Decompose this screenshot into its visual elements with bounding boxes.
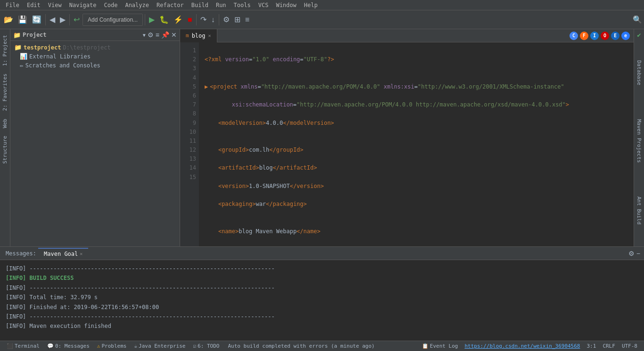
editor-tab-blog[interactable]: m blog ✕ (180, 29, 217, 42)
status-link[interactable]: https://blog.csdn.net/weixin_36904568 (462, 343, 583, 349)
sidebar-structure-label[interactable]: Structure (1, 132, 9, 168)
toolbar-run-btn[interactable]: ▶ (147, 13, 157, 26)
project-dropdown-icon[interactable]: ▼ (143, 33, 146, 38)
status-encoding[interactable]: UTF-8 (619, 343, 640, 349)
browser-edge2-icon[interactable]: e (621, 32, 630, 40)
editor-area: m blog ✕ C F I O E e 12345 678910 111213… (180, 29, 634, 246)
console-line-1: [INFO] ---------------------------------… (6, 264, 638, 273)
menu-refactor[interactable]: Refactor (153, 1, 188, 9)
toolbar-sep-3 (145, 14, 145, 25)
terminal-icon: ⬛ (7, 343, 13, 349)
bottom-settings-btn[interactable]: ⚙ (628, 250, 635, 257)
check-mark-icon: ✔ (637, 31, 641, 39)
tab-blog-close[interactable]: ✕ (208, 33, 211, 38)
add-configuration-button[interactable]: Add Configuration... (83, 14, 143, 26)
toolbar-layout-btn[interactable]: ⊞ (232, 13, 242, 26)
toolbar-debug-btn[interactable]: 🐛 (157, 13, 171, 26)
code-content[interactable]: <?xml version="1.0" encoding="UTF-8"?> ▶… (199, 42, 634, 246)
csdn-link[interactable]: https://blog.csdn.net/weixin_36904568 (464, 343, 580, 349)
menu-file[interactable]: File (2, 1, 23, 9)
menu-window[interactable]: Window (272, 1, 300, 9)
tree-item-testproject[interactable]: 📁 testproject D:\testproject (10, 43, 180, 52)
toolbar-back-btn[interactable]: ◀ (48, 13, 57, 26)
bottom-tab-maven[interactable]: Maven Goal ✕ (38, 248, 88, 259)
console-line-6: [INFO] ---------------------------------… (6, 312, 638, 321)
tree-pin-btn[interactable]: 📌 (161, 31, 169, 39)
toolbar-open-btn[interactable]: 📂 (2, 13, 15, 26)
tree-close-btn[interactable]: ✕ (171, 31, 177, 39)
encoding-label: UTF-8 (622, 343, 637, 349)
browser-icons: C F I O E e (570, 32, 630, 40)
status-problems[interactable]: ⚠ Problems (94, 343, 130, 349)
tree-item-external-libs[interactable]: 📊 External Libraries (10, 52, 180, 61)
console-line-2: [INFO] BUILD SUCCESS (6, 273, 638, 283)
tree-sort-btn[interactable]: ≡ (156, 31, 159, 39)
menu-tools[interactable]: Tools (230, 1, 255, 9)
status-terminal[interactable]: ⬛ Terminal (4, 343, 42, 349)
sidebar-database-label[interactable]: Database (635, 57, 643, 89)
right-sidebar: ✔ Database Maven Projects Ant Build (634, 29, 644, 246)
bottom-area: Messages: Maven Goal ✕ ⚙ − [INFO] ------… (0, 246, 644, 341)
menu-analyze[interactable]: Analyze (121, 1, 153, 9)
menu-run[interactable]: Run (212, 1, 230, 9)
toolbar-save-btn[interactable]: 💾 (16, 13, 29, 26)
browser-ie2-icon[interactable]: O (601, 32, 609, 40)
tree-settings-btn[interactable]: ⚙ (148, 31, 154, 39)
main-area: 1: Project 2: Favorites Web Structure 📁 … (0, 29, 644, 246)
event-log-icon: 📋 (422, 343, 429, 349)
toolbar-settings-btn[interactable]: ⚙ (221, 13, 231, 26)
browser-edge-icon[interactable]: E (611, 32, 619, 40)
status-crlf[interactable]: CRLF (600, 343, 618, 349)
menu-navigate[interactable]: Navigate (66, 1, 100, 9)
menu-code[interactable]: Code (100, 1, 122, 9)
toolbar-sep-1 (45, 14, 46, 25)
toolbar-forward-btn[interactable]: ▶ (58, 13, 67, 26)
sidebar-project-label[interactable]: 1: Project (1, 31, 9, 70)
sidebar-maven-label[interactable]: Maven Projects (635, 115, 643, 167)
sidebar-ant-label[interactable]: Ant Build (635, 193, 643, 229)
status-msg: Auto build completed with errors (a minu… (228, 343, 374, 349)
status-java-enterprise[interactable]: ☕ Java Enterprise (131, 343, 188, 349)
toolbar-step-into-btn[interactable]: ↓ (209, 13, 217, 26)
status-todo[interactable]: ☑ 6: TODO (190, 343, 222, 349)
crlf-label: CRLF (603, 343, 615, 349)
sidebar-web-label[interactable]: Web (1, 115, 9, 132)
menu-help[interactable]: Help (300, 1, 322, 9)
console-output: [INFO] ---------------------------------… (0, 260, 644, 341)
console-line-7: [INFO] Maven execution finished (6, 321, 638, 331)
browser-ie1-icon[interactable]: I (590, 32, 599, 40)
coords-label: 3:1 (587, 343, 596, 349)
status-event-log[interactable]: 📋 Event Log (419, 343, 461, 349)
messages-icon: 💬 (47, 343, 54, 349)
scratches-icon: ✏️ (20, 62, 24, 69)
status-terminal-label: Terminal (15, 343, 40, 349)
toolbar-step-over-btn[interactable]: ↷ (198, 13, 208, 26)
toolbar-undo-btn[interactable]: ↩ (72, 13, 82, 26)
menu-build[interactable]: Build (188, 1, 212, 9)
status-messages-label: 0: Messages (55, 343, 90, 349)
status-java-label: Java Enterprise (139, 343, 185, 349)
bottom-minimize-btn[interactable]: − (636, 250, 640, 257)
browser-chrome-icon[interactable]: C (570, 32, 578, 40)
status-todo-label: 6: TODO (198, 343, 219, 349)
toolbar-extra-btn[interactable]: ≡ (243, 13, 251, 26)
menu-vcs[interactable]: VCS (255, 1, 272, 9)
bottom-tab-messages-label: Messages: (0, 248, 38, 259)
menu-view[interactable]: View (44, 1, 66, 9)
toolbar-sync-btn[interactable]: 🔄 (30, 13, 43, 26)
menu-edit[interactable]: Edit (23, 1, 44, 9)
sidebar-favorites-label[interactable]: 2: Favorites (1, 70, 9, 114)
problems-icon: ⚠ (97, 343, 100, 349)
toolbar-stop-btn[interactable]: ■ (186, 13, 194, 26)
editor-tabs: m blog ✕ C F I O E e (180, 29, 634, 42)
search-icon[interactable]: 🔍 (633, 15, 642, 24)
bottom-tab-maven-close[interactable]: ✕ (80, 251, 83, 256)
statusbar: ⬛ Terminal 💬 0: Messages ⚠ Problems ☕ Ja… (0, 341, 644, 351)
browser-firefox-icon[interactable]: F (580, 32, 588, 40)
toolbar-profile-btn[interactable]: ⚡ (172, 13, 185, 26)
tree-item-scratches[interactable]: ✏️ Scratches and Consoles (10, 61, 180, 70)
toolbar-sep-5 (219, 14, 219, 25)
status-messages[interactable]: 💬 0: Messages (44, 343, 92, 349)
tree-item-external-libs-label: External Libraries (29, 53, 91, 60)
code-editor[interactable]: 12345 678910 1112131415 <?xml version="1… (180, 42, 634, 246)
